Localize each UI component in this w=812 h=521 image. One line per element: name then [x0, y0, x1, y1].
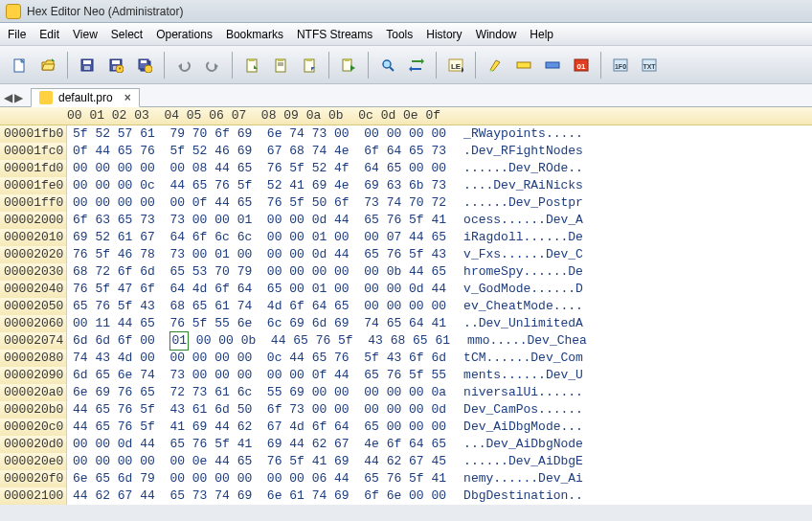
ascii-cell[interactable]: ..Dev_UnlimitedA — [446, 315, 583, 332]
clipboard-2-icon[interactable] — [267, 52, 294, 79]
menu-bookmarks[interactable]: Bookmarks — [226, 28, 283, 41]
hex-row[interactable]: 000020b044 65 76 5f 43 61 6d 50 6f 73 00… — [0, 401, 812, 419]
ascii-cell[interactable]: ....Dev_RAiNicks — [446, 177, 583, 194]
menu-edit[interactable]: Edit — [39, 28, 59, 41]
hex-row[interactable]: 0000208074 43 4d 00 00 00 00 00 0c 44 65… — [0, 350, 812, 367]
bytes-cell[interactable]: 6e 65 6d 79 00 00 00 00 00 00 06 44 65 7… — [67, 470, 446, 487]
ascii-cell[interactable]: nemy......Dev_Ai — [446, 470, 583, 487]
hex-row[interactable]: 000020006f 63 65 73 73 00 00 01 00 00 0d… — [0, 212, 812, 229]
clipboard-3-icon[interactable] — [296, 52, 323, 79]
ascii-cell[interactable]: v_GodMode......D — [446, 281, 583, 298]
hex-row[interactable]: 0000206000 11 44 65 76 5f 55 6e 6c 69 6d… — [0, 315, 812, 332]
hex-row[interactable]: 0000210044 62 67 44 65 73 74 69 6e 61 74… — [0, 487, 812, 505]
ascii-cell[interactable]: .Dev_RFightNodes — [446, 143, 583, 160]
save-all-icon[interactable] — [131, 52, 158, 79]
bytes-cell[interactable]: 00 11 44 65 76 5f 55 6e 6c 69 6d 69 74 6… — [67, 315, 446, 332]
ascii-cell[interactable]: niversalUi...... — [446, 384, 583, 401]
menu-operations[interactable]: Operations — [156, 28, 213, 41]
tab-default-pro[interactable]: default.pro × — [31, 88, 140, 107]
ascii-cell[interactable]: ocess......Dev_A — [446, 212, 583, 229]
ascii-cell[interactable]: ......Dev_AiDbgE — [446, 453, 583, 470]
zero-one-icon[interactable]: 01 — [568, 52, 595, 79]
hex-row[interactable]: 000020f06e 65 6d 79 00 00 00 00 00 00 06… — [0, 470, 812, 487]
hex-row[interactable]: 0000202076 5f 46 78 73 00 01 00 00 00 0d… — [0, 246, 812, 263]
le-icon[interactable]: LE — [442, 52, 469, 79]
menu-history[interactable]: History — [426, 28, 462, 41]
ascii-cell[interactable]: ev_CheatMode.... — [446, 298, 583, 315]
tab-prev-icon[interactable]: ◀ — [4, 91, 12, 104]
clipboard-go-icon[interactable] — [335, 52, 362, 79]
bytes-cell[interactable]: 00 00 00 00 00 0e 44 65 76 5f 41 69 44 6… — [67, 453, 446, 470]
new-icon[interactable] — [6, 52, 33, 79]
tab-next-icon[interactable]: ▶ — [14, 91, 23, 104]
bytes-cell[interactable]: 69 52 61 67 64 6f 6c 6c 00 00 01 00 00 0… — [67, 229, 446, 246]
hex-row[interactable]: 000020d000 00 0d 44 65 76 5f 41 69 44 62… — [0, 436, 812, 453]
ascii-cell[interactable]: Dev_CamPos...... — [446, 401, 583, 419]
bytes-cell[interactable]: 6d 65 6e 74 73 00 00 00 00 00 0f 44 65 7… — [67, 367, 446, 384]
ascii-cell[interactable]: hromeSpy......De — [446, 263, 583, 281]
clipboard-1-icon[interactable] — [238, 52, 265, 79]
ascii-cell[interactable]: ...Dev_AiDbgNode — [446, 436, 583, 453]
hex-row[interactable]: 0000201069 52 61 67 64 6f 6c 6c 00 00 01… — [0, 229, 812, 246]
bytes-cell[interactable]: 0f 44 65 76 5f 52 46 69 67 68 74 4e 6f 6… — [67, 143, 446, 160]
ascii-cell[interactable]: iRagdoll......De — [446, 229, 583, 246]
bytes-cell[interactable]: 44 62 67 44 65 73 74 69 6e 61 74 69 6f 6… — [67, 487, 446, 505]
cursor-byte[interactable]: 01 — [169, 331, 189, 351]
bytes-cell[interactable]: 5f 52 57 61 79 70 6f 69 6e 74 73 00 00 0… — [67, 125, 446, 143]
undo-icon[interactable] — [170, 52, 197, 79]
bar-blue-icon[interactable] — [539, 52, 566, 79]
ascii-cell[interactable]: ments......Dev_U — [446, 367, 583, 384]
hex-row[interactable]: 0000203068 72 6f 6d 65 53 70 79 00 00 00… — [0, 263, 812, 281]
redo-icon[interactable] — [199, 52, 226, 79]
hex-view[interactable]: 00 01 02 03 04 05 06 07 08 09 0a 0b 0c 0… — [0, 107, 812, 505]
hex-row[interactable]: 00001fb05f 52 57 61 79 70 6f 69 6e 74 73… — [0, 125, 812, 143]
hex-row[interactable]: 00001ff000 00 00 00 00 0f 44 65 76 5f 50… — [0, 194, 812, 212]
menu-help[interactable]: Help — [530, 28, 553, 41]
bytes-cell[interactable]: 6e 69 76 65 72 73 61 6c 55 69 00 00 00 0… — [67, 384, 446, 401]
bytes-cell[interactable]: 6f 63 65 73 73 00 00 01 00 00 0d 44 65 7… — [67, 212, 446, 229]
bytes-cell[interactable]: 44 65 76 5f 43 61 6d 50 6f 73 00 00 00 0… — [67, 401, 446, 419]
bytes-cell[interactable]: 00 00 00 0c 44 65 76 5f 52 41 69 4e 69 6… — [67, 177, 446, 194]
ascii-cell[interactable]: v_Fxs......Dev_C — [446, 246, 583, 263]
hex-row[interactable]: 000020a06e 69 76 65 72 73 61 6c 55 69 00… — [0, 384, 812, 401]
bar-yellow-icon[interactable] — [510, 52, 537, 79]
hex-row[interactable]: 000020906d 65 6e 74 73 00 00 00 00 00 0f… — [0, 367, 812, 384]
bytes-cell[interactable]: 74 43 4d 00 00 00 00 00 0c 44 65 76 5f 4… — [67, 350, 446, 367]
bytes-cell[interactable]: 76 5f 47 6f 64 4d 6f 64 65 00 01 00 00 0… — [67, 281, 446, 298]
menu-file[interactable]: File — [8, 28, 26, 41]
ascii-cell[interactable]: ......Dev_ROde.. — [446, 160, 583, 177]
hex-row[interactable]: 0000205065 76 5f 43 68 65 61 74 4d 6f 64… — [0, 298, 812, 315]
tab-close-icon[interactable]: × — [124, 91, 131, 104]
hex-row[interactable]: 00001fe000 00 00 0c 44 65 76 5f 52 41 69… — [0, 177, 812, 194]
bytes-cell[interactable]: 00 00 0d 44 65 76 5f 41 69 44 62 67 4e 6… — [67, 436, 446, 453]
txt-icon[interactable]: TXT — [636, 52, 663, 79]
ascii-cell[interactable]: DbgDestination.. — [446, 487, 583, 505]
bytes-cell[interactable]: 68 72 6f 6d 65 53 70 79 00 00 00 00 00 0… — [67, 263, 446, 281]
menu-ntfs-streams[interactable]: NTFS Streams — [297, 28, 372, 41]
menu-window[interactable]: Window — [476, 28, 517, 41]
replace-icon[interactable] — [403, 52, 430, 79]
menu-tools[interactable]: Tools — [386, 28, 413, 41]
save-icon[interactable] — [74, 52, 101, 79]
ascii-cell[interactable]: tCM......Dev_Com — [446, 350, 583, 367]
save-as-icon[interactable]: * — [102, 52, 129, 79]
ascii-cell[interactable]: mmo.....Dev_Chea — [450, 332, 587, 350]
ascii-cell[interactable]: Dev_AiDbgMode... — [446, 419, 583, 436]
hex-row[interactable]: 000020746d 6d 6f 00 01 00 00 0b 44 65 76… — [0, 332, 812, 350]
bytes-cell[interactable]: 65 76 5f 43 68 65 61 74 4d 6f 64 65 00 0… — [67, 298, 446, 315]
hex-row[interactable]: 000020e000 00 00 00 00 0e 44 65 76 5f 41… — [0, 453, 812, 470]
bytes-cell[interactable]: 44 65 76 5f 41 69 44 62 67 4d 6f 64 65 0… — [67, 419, 446, 436]
bytes-cell[interactable]: 00 00 00 00 00 0f 44 65 76 5f 50 6f 73 7… — [67, 194, 446, 212]
menu-view[interactable]: View — [73, 28, 98, 41]
hex-row[interactable]: 0000204076 5f 47 6f 64 4d 6f 64 65 00 01… — [0, 281, 812, 298]
hex-row[interactable]: 000020c044 65 76 5f 41 69 44 62 67 4d 6f… — [0, 419, 812, 436]
highlight-icon[interactable] — [482, 52, 508, 79]
bytes-cell[interactable]: 6d 6d 6f 00 01 00 00 0b 44 65 76 5f 43 6… — [67, 332, 450, 350]
hex-row[interactable]: 00001fd000 00 00 00 00 08 44 65 76 5f 52… — [0, 160, 812, 177]
bytes-cell[interactable]: 76 5f 46 78 73 00 01 00 00 00 0d 44 65 7… — [67, 246, 446, 263]
find-icon[interactable] — [374, 52, 401, 79]
ascii-cell[interactable]: ......Dev_Postpr — [446, 194, 583, 212]
hex-row[interactable]: 00001fc00f 44 65 76 5f 52 46 69 67 68 74… — [0, 143, 812, 160]
open-icon[interactable] — [34, 52, 61, 79]
ascii-cell[interactable]: _RWaypoints..... — [446, 125, 583, 143]
